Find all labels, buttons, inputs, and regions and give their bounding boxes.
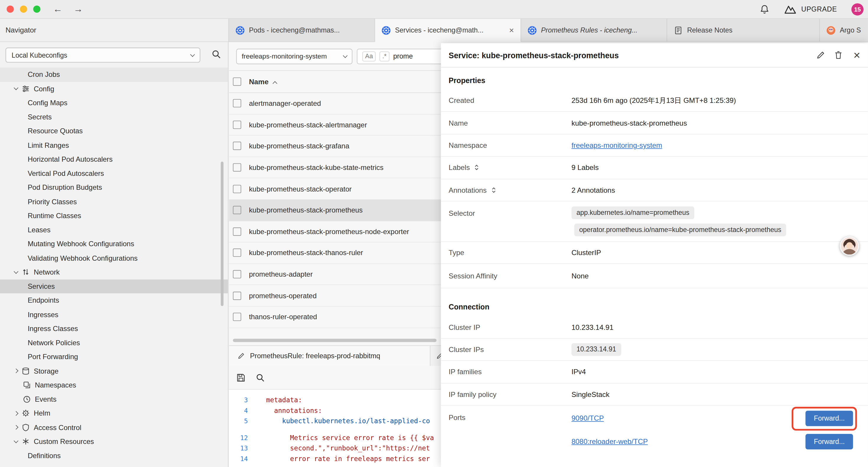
maximize-window-button[interactable] xyxy=(33,6,40,13)
sidebar-item-namespaces[interactable]: Namespaces xyxy=(0,378,228,392)
selector-badge: operator.prometheus.io/name=kube-prometh… xyxy=(574,224,786,236)
forward-icon[interactable]: → xyxy=(73,4,83,14)
close-window-button[interactable] xyxy=(6,6,13,13)
sidebar-item-ingresses[interactable]: Ingresses xyxy=(0,308,228,322)
upgrade-label: UPGRADE xyxy=(801,5,837,13)
horizontal-scrollbar[interactable] xyxy=(233,339,436,342)
selector-row: Selector app.kubernetes.io/name=promethe… xyxy=(441,202,868,242)
sidebar-group-config[interactable]: Config xyxy=(0,82,228,96)
row-checkbox[interactable] xyxy=(233,291,241,300)
cluster-ips-row: Cluster IPs 10.233.14.91 xyxy=(441,339,868,361)
unfold-icon[interactable] xyxy=(490,186,497,194)
row-checkbox[interactable] xyxy=(233,99,241,108)
row-checkbox[interactable] xyxy=(233,164,241,172)
release-notes-icon xyxy=(674,26,683,35)
name-column-header[interactable]: Name xyxy=(249,78,277,86)
row-checkbox[interactable] xyxy=(233,270,241,279)
cluster-tabs: Pods - icecheng@mathmas... Services - ic… xyxy=(228,19,868,42)
port-link-8080[interactable]: 8080:reloader-web/TCP xyxy=(571,437,648,446)
forward-button[interactable]: Forward... xyxy=(806,434,853,449)
tab-argo[interactable]: Argo S xyxy=(820,19,868,42)
row-checkbox[interactable] xyxy=(233,142,241,150)
row-checkbox[interactable] xyxy=(233,121,241,129)
sidebar-item-services[interactable]: Services xyxy=(0,279,228,293)
sidebar-group-storage[interactable]: Storage xyxy=(0,364,228,378)
sidebar-item-leases[interactable]: Leases xyxy=(0,223,228,237)
sidebar-group-access-control[interactable]: Access Control xyxy=(0,420,228,435)
sidebar-item-port-forwarding[interactable]: Port Forwarding xyxy=(0,350,228,364)
tab-pods[interactable]: Pods - icecheng@mathmas... xyxy=(229,19,375,42)
editor-tab-prometheusrule[interactable]: PrometheusRule: freeleaps-prod-rabbitmq xyxy=(229,346,430,366)
navigator-label: Navigator xyxy=(6,26,36,34)
upgrade-button[interactable]: UPGRADE xyxy=(785,4,837,14)
delete-icon[interactable] xyxy=(833,50,843,60)
match-case-toggle[interactable]: Aa xyxy=(362,52,375,61)
chevron-down-icon xyxy=(343,53,347,58)
close-drawer-icon[interactable]: × xyxy=(854,49,860,61)
sidebar-item-config-maps[interactable]: Config Maps xyxy=(0,96,228,110)
sidebar-item-secrets[interactable]: Secrets xyxy=(0,110,228,124)
sidebar-item-events[interactable]: Events xyxy=(0,392,228,406)
sidebar-item-ingress-classes[interactable]: Ingress Classes xyxy=(0,322,228,336)
sidebar-group-network[interactable]: Network xyxy=(0,265,228,279)
sidebar-item-limit-ranges[interactable]: Limit Ranges xyxy=(0,138,228,152)
sidebar-item-pod-disruption-budgets[interactable]: Pod Disruption Budgets xyxy=(0,180,228,195)
unfold-icon[interactable] xyxy=(473,164,480,171)
drawer-actions: × xyxy=(816,49,860,61)
sidebar-item-horizontal-pod-autoscalers[interactable]: Horizontal Pod Autoscalers xyxy=(0,152,228,167)
save-icon[interactable] xyxy=(236,373,246,382)
search-icon[interactable] xyxy=(211,49,221,59)
navigator-panel-header: Navigator xyxy=(0,19,228,42)
kubeconfig-select[interactable]: Local Kubeconfigs xyxy=(6,48,200,63)
tab-prometheus-rules[interactable]: Prometheus Rules - icecheng... xyxy=(521,19,667,42)
sidebar-item-validating-webhook-configurations[interactable]: Validating Webhook Configurations xyxy=(0,251,228,265)
row-checkbox[interactable] xyxy=(233,313,241,321)
sidebar-group-helm[interactable]: Helm xyxy=(0,406,228,420)
ip-families-row: IP families IPv4 xyxy=(441,361,868,383)
service-detail-drawer: Service: kube-prometheus-stack-prometheu… xyxy=(441,43,868,467)
back-icon[interactable]: ← xyxy=(53,4,63,14)
sidebar-item-runtime-classes[interactable]: Runtime Classes xyxy=(0,209,228,223)
window-titlebar: ← → UPGRADE 15 xyxy=(0,0,868,19)
close-tab-icon[interactable]: × xyxy=(506,25,514,35)
chevron-down-icon xyxy=(11,270,20,274)
sidebar-item-network-policies[interactable]: Network Policies xyxy=(0,336,228,350)
sidebar-item-definitions[interactable]: Definitions xyxy=(0,449,228,463)
row-checkbox[interactable] xyxy=(233,185,241,193)
config-icon xyxy=(22,85,30,93)
sidebar-item-priority-classes[interactable]: Priority Classes xyxy=(0,195,228,209)
sidebar-item-resource-quotas[interactable]: Resource Quotas xyxy=(0,124,228,138)
namespace-select[interactable]: freeleaps-monitoring-system xyxy=(236,49,352,64)
namespace-link[interactable]: freeleaps-monitoring-system xyxy=(571,141,662,149)
sidebar-item-cron-jobs[interactable]: Cron Jobs xyxy=(0,67,228,82)
notification-count-badge[interactable]: 15 xyxy=(851,3,864,15)
row-checkbox[interactable] xyxy=(233,227,241,236)
session-affinity-row: Session Affinity None xyxy=(441,264,868,289)
forward-button[interactable]: Forward... xyxy=(806,411,853,426)
port-link-9090[interactable]: 9090/TCP xyxy=(571,414,604,422)
sidebar-item-vertical-pod-autoscalers[interactable]: Vertical Pod Autoscalers xyxy=(0,167,228,181)
regex-toggle[interactable]: .* xyxy=(380,52,390,61)
user-avatar[interactable] xyxy=(840,236,859,256)
minimize-window-button[interactable] xyxy=(20,6,27,13)
network-icon xyxy=(22,268,30,276)
row-checkbox[interactable] xyxy=(233,206,241,214)
select-all-checkbox[interactable] xyxy=(233,78,241,86)
sidebar-scrollbar[interactable] xyxy=(221,162,223,306)
name-row: Name kube-prometheus-stack-prometheus xyxy=(441,112,868,135)
sidebar-group-custom-resources[interactable]: Custom Resources xyxy=(0,435,228,449)
notifications-bell-icon[interactable] xyxy=(760,4,770,14)
chevron-down-icon xyxy=(190,52,195,57)
editor-search-icon[interactable] xyxy=(255,373,265,382)
lens-window: ← → UPGRADE 15 Navigator Pods - icecheng… xyxy=(0,0,868,467)
ip-family-policy-row: IP family policy SingleStack xyxy=(441,383,868,406)
sidebar-item-mutating-webhook-configurations[interactable]: Mutating Webhook Configurations xyxy=(0,237,228,251)
annotations-row: Annotations 2 Annotations xyxy=(441,179,868,202)
sidebar-item-endpoints[interactable]: Endpoints xyxy=(0,293,228,308)
tab-services[interactable]: Services - icecheng@math... × xyxy=(375,19,521,42)
edit-icon[interactable] xyxy=(816,50,825,60)
row-checkbox[interactable] xyxy=(233,249,241,257)
helm-icon xyxy=(22,409,30,417)
tab-release-notes[interactable]: Release Notes xyxy=(667,19,820,42)
sort-asc-icon xyxy=(273,81,277,86)
